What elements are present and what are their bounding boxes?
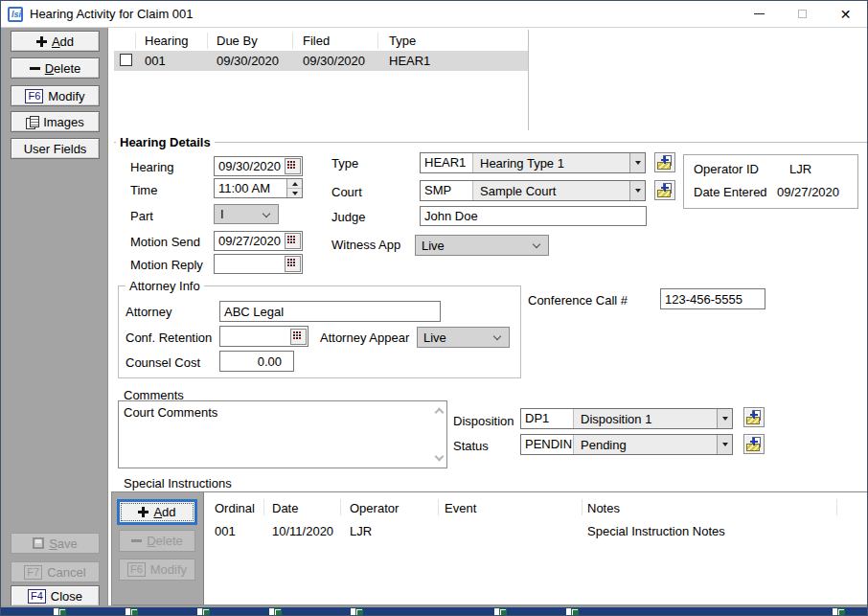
titlebar: lsi Hearing Activity for Claim 001 ✕: [1, 1, 867, 28]
time-field[interactable]: 11:00 AM: [214, 178, 303, 198]
calendar-icon[interactable]: [285, 233, 301, 249]
motion-send-label: Motion Send: [130, 235, 200, 249]
window-title: Hearing Activity for Claim 001: [30, 7, 194, 21]
scroll-up-icon[interactable]: [435, 408, 445, 418]
special-instructions-title: Special Instructions: [124, 476, 232, 491]
spinner-up-icon: [292, 182, 298, 186]
cell-hearing: 001: [145, 54, 166, 68]
hearing-activity-dialog: lsi Hearing Activity for Claim 001 ✕ Add…: [0, 0, 868, 616]
calendar-icon[interactable]: [285, 256, 301, 272]
si-header-operator[interactable]: Operator: [350, 501, 399, 515]
spreadsheet-icon[interactable]: [494, 608, 507, 616]
judge-field[interactable]: John Doe: [420, 206, 647, 226]
si-add-button[interactable]: Add: [119, 501, 195, 523]
calendar-icon[interactable]: [285, 158, 301, 174]
combo-arrow-icon[interactable]: [717, 435, 732, 454]
save-button: Save: [11, 533, 100, 554]
conf-retention-label: Conf. Retention: [126, 331, 212, 345]
combo-arrow-icon[interactable]: [629, 153, 645, 172]
user-fields-button[interactable]: User Fields: [11, 138, 100, 159]
si-header-date[interactable]: Date: [272, 501, 298, 515]
part-label: Part: [130, 209, 153, 223]
spreadsheet-icon[interactable]: [566, 608, 579, 616]
si-header-ordinal[interactable]: Ordinal: [215, 501, 255, 515]
type-lookup-button[interactable]: [654, 152, 675, 172]
court-combo[interactable]: SMP Sample Court: [420, 180, 646, 201]
modify-button[interactable]: F6 Modify: [11, 85, 100, 106]
si-header-notes[interactable]: Notes: [587, 501, 620, 515]
part-dropdown[interactable]: I: [214, 204, 279, 224]
si-cell-operator: LJR: [350, 524, 372, 538]
spreadsheet-icon[interactable]: [197, 608, 210, 616]
column-header-hearing[interactable]: Hearing: [145, 34, 189, 48]
column-header-due-by[interactable]: Due By: [217, 34, 258, 48]
cell-filed: 09/30/2020: [303, 54, 365, 68]
court-lookup-button[interactable]: [654, 180, 675, 200]
delete-button[interactable]: Delete: [11, 57, 100, 79]
time-spinner[interactable]: [286, 179, 302, 197]
folder-add-icon: [750, 438, 758, 445]
combo-arrow-icon[interactable]: [629, 181, 645, 200]
column-header-type[interactable]: Type: [389, 34, 416, 48]
column-header-filed[interactable]: Filed: [303, 34, 330, 48]
minimize-icon: [754, 13, 765, 14]
disposition-lookup-button[interactable]: [743, 407, 765, 427]
plus-icon: [138, 507, 148, 517]
conference-call-label: Conference Call #: [528, 293, 628, 308]
header-separator: [135, 33, 136, 49]
spreadsheet-icon[interactable]: [351, 608, 363, 616]
special-instructions-button-strip: Add Delete F6 Modify: [112, 492, 204, 605]
disposition-combo[interactable]: DP1 Disposition 1: [520, 408, 733, 429]
folder-add-icon: [661, 184, 669, 192]
hearing-details-title: Hearing Details: [116, 135, 215, 149]
spreadsheet-icon[interactable]: [833, 608, 845, 616]
si-modify-button: F6 Modify: [119, 559, 195, 581]
type-combo[interactable]: HEAR1 Hearing Type 1: [420, 152, 646, 173]
f4-key-icon: F4: [28, 589, 46, 604]
spinner-down-icon: [292, 192, 298, 195]
operator-id-label: Operator ID: [694, 162, 759, 176]
sidebar: Add Delete F6 Modify Images User Fields …: [1, 28, 108, 607]
special-instructions-panel: Add Delete F6 Modify Ordinal Date Operat…: [111, 491, 868, 605]
si-table-row[interactable]: 001 10/11/2020 LJR Special Instruction N…: [205, 524, 866, 543]
status-combo[interactable]: PENDIN Pending: [520, 434, 733, 455]
table-row[interactable]: 001 09/30/2020 09/30/2020 HEAR1: [114, 51, 528, 71]
spreadsheet-icon[interactable]: [269, 608, 282, 616]
header-separator: [377, 33, 378, 49]
row-checkbox[interactable]: [120, 54, 132, 66]
status-lookup-button[interactable]: [743, 434, 765, 454]
operator-id-value: LJR: [789, 162, 811, 176]
plus-icon: [36, 36, 47, 47]
hearing-date-field[interactable]: 09/30/2020: [214, 156, 303, 176]
scroll-down-icon[interactable]: [435, 452, 445, 462]
attorney-field[interactable]: ABC Legal: [219, 301, 441, 322]
images-button[interactable]: Images: [11, 111, 100, 132]
cell-type: HEAR1: [389, 54, 430, 68]
calendar-icon[interactable]: [290, 329, 307, 345]
spreadsheet-icon[interactable]: [126, 608, 138, 616]
comments-textarea[interactable]: Court Comments: [118, 400, 447, 468]
close-dialog-button[interactable]: F4 Close: [11, 585, 100, 606]
conf-retention-field[interactable]: [219, 326, 308, 347]
spreadsheet-icon[interactable]: [54, 608, 66, 616]
combo-arrow-icon[interactable]: [717, 409, 732, 428]
background-taskbar-strip: [1, 605, 867, 615]
header-separator: [582, 499, 582, 515]
f6-key-icon: F6: [127, 562, 146, 577]
add-button[interactable]: Add: [11, 31, 100, 52]
motion-send-field[interactable]: 09/27/2020: [214, 231, 303, 251]
close-button[interactable]: ✕: [824, 1, 867, 27]
header-separator: [438, 499, 439, 515]
attorney-appear-label: Attorney Appear: [320, 331, 409, 345]
conference-call-field[interactable]: 123-456-5555: [660, 288, 765, 309]
witness-app-dropdown[interactable]: Live: [415, 235, 549, 256]
minus-icon: [30, 67, 40, 70]
app-logo-icon: lsi: [8, 7, 23, 22]
motion-reply-label: Motion Reply: [130, 258, 203, 272]
attorney-appear-dropdown[interactable]: Live: [417, 327, 510, 348]
counsel-cost-label: Counsel Cost: [126, 355, 200, 370]
counsel-cost-field[interactable]: 0.00: [219, 351, 294, 372]
minimize-button[interactable]: [738, 1, 781, 27]
si-header-event[interactable]: Event: [445, 501, 476, 515]
motion-reply-field[interactable]: [214, 254, 303, 274]
